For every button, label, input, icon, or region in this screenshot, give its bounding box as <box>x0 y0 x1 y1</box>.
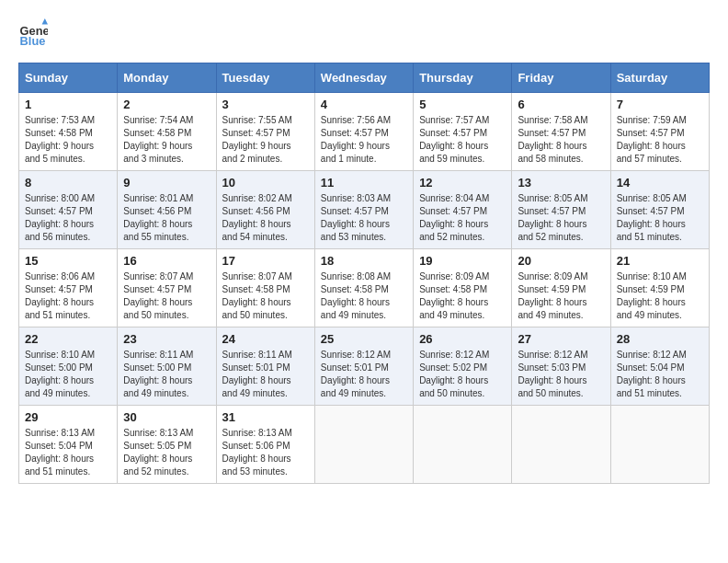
day-number: 28 <box>617 332 703 346</box>
header: General Blue <box>18 18 710 48</box>
day-number: 4 <box>321 98 407 111</box>
calendar-week-2: 8Sunrise: 8:00 AMSunset: 4:57 PMDaylight… <box>19 171 710 249</box>
day-detail: Sunrise: 8:11 AMSunset: 5:01 PMDaylight:… <box>222 349 309 400</box>
day-detail: Sunrise: 8:12 AMSunset: 5:04 PMDaylight:… <box>617 349 703 400</box>
day-number: 6 <box>518 98 604 111</box>
calendar-week-1: 1Sunrise: 7:53 AMSunset: 4:58 PMDaylight… <box>19 93 710 171</box>
day-number: 30 <box>123 410 210 424</box>
day-detail: Sunrise: 7:55 AMSunset: 4:57 PMDaylight:… <box>222 114 309 166</box>
day-detail: Sunrise: 8:09 AMSunset: 4:59 PMDaylight:… <box>518 270 604 322</box>
calendar-cell: 12Sunrise: 8:04 AMSunset: 4:57 PMDayligh… <box>414 171 512 249</box>
calendar-cell <box>512 406 610 484</box>
calendar-header-row: SundayMondayTuesdayWednesdayThursdayFrid… <box>19 63 710 93</box>
day-detail: Sunrise: 8:12 AMSunset: 5:03 PMDaylight:… <box>518 349 604 400</box>
day-number: 2 <box>123 98 210 111</box>
day-number: 20 <box>518 254 604 268</box>
day-number: 25 <box>321 332 407 346</box>
logo: General Blue <box>18 18 51 48</box>
day-detail: Sunrise: 7:59 AMSunset: 4:57 PMDaylight:… <box>617 114 703 166</box>
day-detail: Sunrise: 8:11 AMSunset: 5:00 PMDaylight:… <box>123 349 210 400</box>
calendar-week-4: 22Sunrise: 8:10 AMSunset: 5:00 PMDayligh… <box>19 327 710 406</box>
calendar-cell: 28Sunrise: 8:12 AMSunset: 5:04 PMDayligh… <box>610 327 709 406</box>
day-number: 21 <box>617 254 703 268</box>
calendar-cell: 4Sunrise: 7:56 AMSunset: 4:57 PMDaylight… <box>314 93 413 171</box>
calendar-cell: 26Sunrise: 8:12 AMSunset: 5:02 PMDayligh… <box>414 327 512 406</box>
day-detail: Sunrise: 7:53 AMSunset: 4:58 PMDaylight:… <box>25 114 111 166</box>
day-number: 19 <box>419 254 506 268</box>
calendar-header-friday: Friday <box>512 63 610 93</box>
day-number: 8 <box>25 176 111 190</box>
calendar-cell: 21Sunrise: 8:10 AMSunset: 4:59 PMDayligh… <box>610 249 709 327</box>
calendar-cell <box>414 406 512 484</box>
calendar-header-saturday: Saturday <box>610 63 709 93</box>
day-number: 18 <box>321 254 407 268</box>
calendar-header-thursday: Thursday <box>414 63 512 93</box>
day-detail: Sunrise: 8:12 AMSunset: 5:01 PMDaylight:… <box>321 349 407 400</box>
calendar-cell: 30Sunrise: 8:13 AMSunset: 5:05 PMDayligh… <box>118 406 216 484</box>
day-number: 27 <box>518 332 604 346</box>
day-number: 31 <box>222 410 309 424</box>
calendar-cell: 8Sunrise: 8:00 AMSunset: 4:57 PMDaylight… <box>19 171 118 249</box>
day-detail: Sunrise: 8:07 AMSunset: 4:58 PMDaylight:… <box>222 270 309 322</box>
calendar-header-monday: Monday <box>118 63 216 93</box>
day-detail: Sunrise: 7:54 AMSunset: 4:58 PMDaylight:… <box>123 114 210 166</box>
day-detail: Sunrise: 8:10 AMSunset: 4:59 PMDaylight:… <box>617 270 703 322</box>
calendar-cell: 31Sunrise: 8:13 AMSunset: 5:06 PMDayligh… <box>216 406 314 484</box>
day-detail: Sunrise: 8:13 AMSunset: 5:04 PMDaylight:… <box>25 427 111 478</box>
day-detail: Sunrise: 7:58 AMSunset: 4:57 PMDaylight:… <box>518 114 604 166</box>
calendar-cell: 23Sunrise: 8:11 AMSunset: 5:00 PMDayligh… <box>118 327 216 406</box>
day-detail: Sunrise: 8:08 AMSunset: 4:58 PMDaylight:… <box>321 270 407 322</box>
day-detail: Sunrise: 8:01 AMSunset: 4:56 PMDaylight:… <box>123 192 210 244</box>
day-number: 10 <box>222 176 309 190</box>
calendar-cell: 13Sunrise: 8:05 AMSunset: 4:57 PMDayligh… <box>512 171 610 249</box>
day-detail: Sunrise: 8:05 AMSunset: 4:57 PMDaylight:… <box>617 192 703 244</box>
day-detail: Sunrise: 8:05 AMSunset: 4:57 PMDaylight:… <box>518 192 604 244</box>
calendar-cell: 9Sunrise: 8:01 AMSunset: 4:56 PMDaylight… <box>118 171 216 249</box>
calendar-cell: 15Sunrise: 8:06 AMSunset: 4:57 PMDayligh… <box>19 249 118 327</box>
day-detail: Sunrise: 8:13 AMSunset: 5:06 PMDaylight:… <box>222 427 309 478</box>
day-detail: Sunrise: 8:12 AMSunset: 5:02 PMDaylight:… <box>419 349 506 400</box>
day-detail: Sunrise: 8:09 AMSunset: 4:58 PMDaylight:… <box>419 270 506 322</box>
calendar-cell: 3Sunrise: 7:55 AMSunset: 4:57 PMDaylight… <box>216 93 314 171</box>
day-detail: Sunrise: 8:06 AMSunset: 4:57 PMDaylight:… <box>25 270 111 322</box>
logo-icon: General Blue <box>18 18 48 48</box>
calendar-header-sunday: Sunday <box>19 63 118 93</box>
day-detail: Sunrise: 7:57 AMSunset: 4:57 PMDaylight:… <box>419 114 506 166</box>
calendar-cell: 20Sunrise: 8:09 AMSunset: 4:59 PMDayligh… <box>512 249 610 327</box>
day-detail: Sunrise: 8:03 AMSunset: 4:57 PMDaylight:… <box>321 192 407 244</box>
day-number: 13 <box>518 176 604 190</box>
svg-text:Blue: Blue <box>20 34 46 48</box>
calendar-cell: 7Sunrise: 7:59 AMSunset: 4:57 PMDaylight… <box>610 93 709 171</box>
day-number: 14 <box>617 176 703 190</box>
day-number: 23 <box>123 332 210 346</box>
calendar-cell <box>314 406 413 484</box>
day-number: 26 <box>419 332 506 346</box>
calendar-cell: 1Sunrise: 7:53 AMSunset: 4:58 PMDaylight… <box>19 93 118 171</box>
day-detail: Sunrise: 7:56 AMSunset: 4:57 PMDaylight:… <box>321 114 407 166</box>
svg-marker-2 <box>42 18 48 24</box>
day-detail: Sunrise: 8:10 AMSunset: 5:00 PMDaylight:… <box>25 349 111 400</box>
day-detail: Sunrise: 8:02 AMSunset: 4:56 PMDaylight:… <box>222 192 309 244</box>
calendar-week-3: 15Sunrise: 8:06 AMSunset: 4:57 PMDayligh… <box>19 249 710 327</box>
day-number: 3 <box>222 98 309 111</box>
calendar: SundayMondayTuesdayWednesdayThursdayFrid… <box>18 63 710 484</box>
calendar-cell: 10Sunrise: 8:02 AMSunset: 4:56 PMDayligh… <box>216 171 314 249</box>
day-number: 11 <box>321 176 407 190</box>
day-number: 12 <box>419 176 506 190</box>
day-number: 16 <box>123 254 210 268</box>
calendar-cell: 19Sunrise: 8:09 AMSunset: 4:58 PMDayligh… <box>414 249 512 327</box>
calendar-header-tuesday: Tuesday <box>216 63 314 93</box>
calendar-cell: 17Sunrise: 8:07 AMSunset: 4:58 PMDayligh… <box>216 249 314 327</box>
calendar-cell <box>610 406 709 484</box>
day-number: 17 <box>222 254 309 268</box>
calendar-cell: 16Sunrise: 8:07 AMSunset: 4:57 PMDayligh… <box>118 249 216 327</box>
calendar-cell: 22Sunrise: 8:10 AMSunset: 5:00 PMDayligh… <box>19 327 118 406</box>
calendar-cell: 29Sunrise: 8:13 AMSunset: 5:04 PMDayligh… <box>19 406 118 484</box>
day-number: 5 <box>419 98 506 111</box>
calendar-cell: 2Sunrise: 7:54 AMSunset: 4:58 PMDaylight… <box>118 93 216 171</box>
day-number: 15 <box>25 254 111 268</box>
day-number: 24 <box>222 332 309 346</box>
day-detail: Sunrise: 8:13 AMSunset: 5:05 PMDaylight:… <box>123 427 210 478</box>
day-number: 7 <box>617 98 703 111</box>
calendar-cell: 18Sunrise: 8:08 AMSunset: 4:58 PMDayligh… <box>314 249 413 327</box>
